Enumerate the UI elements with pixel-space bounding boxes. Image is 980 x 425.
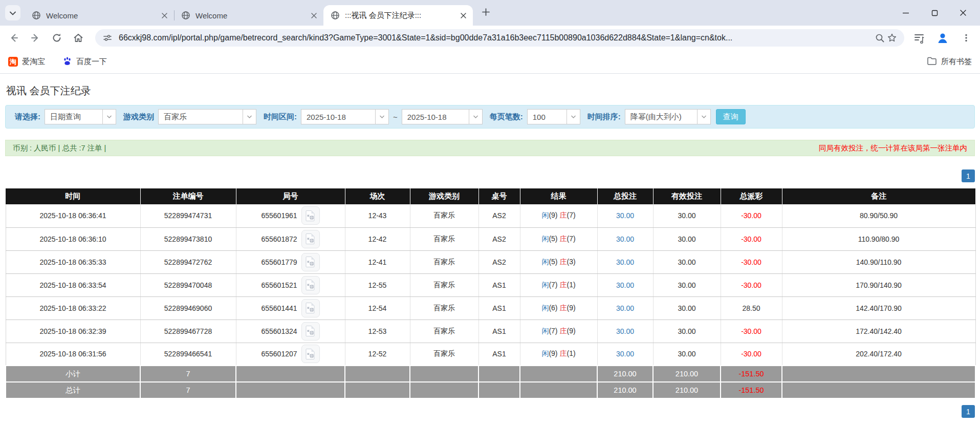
cell-table-no: AS1 (478, 343, 520, 366)
media-controls-icon[interactable] (912, 31, 926, 45)
total-bet-link[interactable]: 30.00 (616, 350, 634, 358)
bookmark-baidu[interactable]: 百度一下 (62, 56, 107, 68)
cell-session: 12-41 (345, 250, 410, 273)
cell-round: 655601441 (236, 296, 345, 320)
date-from-value: 2025-10-18 (301, 110, 375, 124)
result-banker-num: (9) (567, 304, 576, 312)
result-banker: 庄 (560, 327, 567, 335)
video-record-icon[interactable] (301, 253, 320, 271)
col-total-bet: 总投注 (597, 188, 653, 204)
url-text[interactable]: 66cxkj98.com/ipl/portal.php/game/betreco… (119, 33, 868, 42)
cell-remark: 202.40/172.40 (782, 343, 975, 366)
forward-icon[interactable] (29, 31, 42, 45)
date-from-select[interactable]: 2025-10-18 (301, 109, 389, 124)
page-number-button[interactable]: 1 (962, 405, 975, 418)
result-player-num: (5) (549, 235, 557, 243)
minimize-icon[interactable] (901, 8, 910, 17)
toolbar-right (912, 31, 973, 45)
bookmark-taobao[interactable]: 淘 爱淘宝 (8, 57, 45, 67)
bookmarks-bar: 淘 爱淘宝 百度一下 所有书签 (0, 50, 980, 74)
cell-remark: 172.40/142.40 (782, 320, 975, 343)
bookmark-star-icon[interactable] (886, 32, 898, 44)
table-row: 2025-10-18 06:36:41 522899474731 6556019… (6, 204, 975, 227)
currency-summary: 币别 : 人民币 | 总共 :7 注单 | (13, 143, 106, 153)
result-player-num: (6) (549, 304, 557, 312)
tab-close-icon[interactable] (160, 11, 169, 20)
cell-valid-bet: 30.00 (653, 343, 721, 366)
video-record-icon[interactable] (301, 230, 320, 248)
close-icon[interactable] (959, 8, 968, 17)
total-count: 7 (140, 382, 236, 398)
cell-total-bet: 30.00 (597, 320, 653, 343)
globe-favicon-icon (331, 11, 340, 20)
globe-favicon-icon (181, 11, 190, 20)
new-tab-button[interactable] (478, 5, 493, 20)
tab-close-icon[interactable] (309, 11, 318, 20)
col-remark: 备注 (782, 188, 975, 204)
cell-bet-id: 522899473810 (140, 227, 236, 250)
table-row: 2025-10-18 06:33:54 522899470048 6556015… (6, 273, 975, 296)
menu-kebab-icon[interactable] (960, 31, 973, 45)
page-content: 视讯 会员下注纪录 请选择: 日期查询 游戏类别 百家乐 时间区间: 2025-… (0, 84, 980, 418)
video-record-icon[interactable] (301, 322, 320, 341)
total-bet-link[interactable]: 30.00 (616, 281, 634, 289)
all-bookmarks-label: 所有书签 (941, 57, 972, 67)
total-label: 总计 (6, 382, 140, 398)
time-range-label: 时间区间: (264, 112, 297, 122)
site-info-tune-icon[interactable] (101, 32, 114, 44)
zoom-icon[interactable] (874, 32, 886, 44)
profile-avatar-icon[interactable] (936, 31, 949, 45)
pagination-bottom: 1 (5, 405, 975, 418)
result-banker-num: (9) (567, 327, 576, 335)
page-number-button[interactable]: 1 (962, 169, 975, 182)
col-result: 结果 (520, 188, 597, 204)
query-type-select[interactable]: 日期查询 (45, 109, 116, 124)
total-bet-link[interactable]: 30.00 (616, 235, 634, 243)
video-record-icon[interactable] (301, 299, 320, 317)
tab-search-button[interactable] (5, 5, 20, 20)
address-bar[interactable]: 66cxkj98.com/ipl/portal.php/game/betreco… (95, 29, 904, 47)
cell-bet-id: 522899467728 (140, 320, 236, 343)
cell-payout: -30.00 (721, 343, 782, 366)
video-record-icon[interactable] (301, 345, 320, 363)
date-to-select[interactable]: 2025-10-18 (402, 109, 483, 124)
video-record-icon[interactable] (301, 276, 320, 294)
browser-toolbar: 66cxkj98.com/ipl/portal.php/game/betreco… (0, 26, 980, 50)
back-icon[interactable] (7, 31, 20, 45)
tab-welcome-2[interactable]: Welcome (174, 5, 323, 26)
cell-payout: -30.00 (721, 250, 782, 273)
game-type-select[interactable]: 百家乐 (158, 109, 256, 124)
search-button[interactable]: 查询 (716, 109, 746, 124)
reload-icon[interactable] (50, 31, 63, 45)
folder-icon (927, 56, 937, 67)
subtotal-count: 7 (140, 366, 236, 382)
home-icon[interactable] (72, 31, 85, 45)
cell-remark: 142.40/170.90 (782, 296, 975, 320)
tab-betrecord-active[interactable]: :::视讯 会员下注纪录::: (323, 5, 473, 26)
tab-close-icon[interactable] (459, 11, 468, 20)
chevron-down-icon (102, 110, 116, 124)
round-id: 655601207 (261, 350, 297, 358)
sort-select[interactable]: 降幂(由大到小) (625, 109, 711, 124)
maximize-icon[interactable] (930, 8, 939, 17)
cell-table-no: AS2 (478, 227, 520, 250)
page-size-select[interactable]: 100 (527, 109, 580, 124)
cell-payout: -30.00 (721, 273, 782, 296)
chevron-down-icon (469, 110, 482, 124)
total-bet-link[interactable]: 30.00 (616, 327, 634, 335)
col-game: 游戏类别 (410, 188, 478, 204)
table-row: 2025-10-18 06:31:56 522899466541 6556012… (6, 343, 975, 366)
result-player-num: (5) (549, 258, 557, 266)
video-record-icon[interactable] (301, 206, 320, 225)
result-player: 闲 (541, 211, 549, 219)
tab-welcome-1[interactable]: Welcome (25, 5, 174, 26)
total-bet-link[interactable]: 30.00 (616, 211, 634, 220)
total-bet-link[interactable]: 30.00 (616, 304, 634, 312)
filter-panel: 请选择: 日期查询 游戏类别 百家乐 时间区间: 2025-10-18 ~ 20… (5, 105, 975, 129)
col-time: 时间 (6, 188, 140, 204)
cell-session: 12-53 (345, 320, 410, 343)
cell-payout: -30.00 (721, 204, 782, 227)
cell-remark: 140.90/110.90 (782, 250, 975, 273)
all-bookmarks-button[interactable]: 所有书签 (927, 56, 972, 67)
total-bet-link[interactable]: 30.00 (616, 258, 634, 266)
